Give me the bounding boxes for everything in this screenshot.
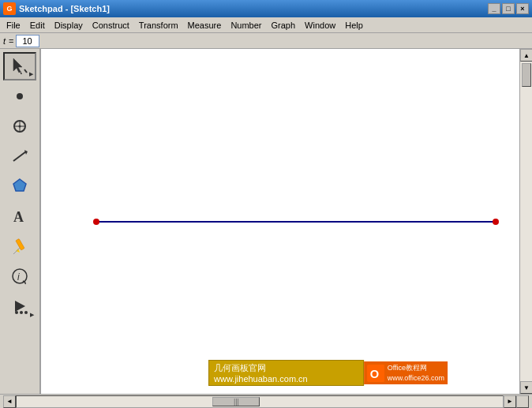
animate-icon	[10, 297, 29, 316]
equals-sign: =	[9, 36, 13, 46]
watermark-right-line1: Office教程网	[388, 363, 444, 373]
point-icon	[10, 87, 29, 106]
menu-bar: File Edit Display Construct Transform Me…	[0, 17, 532, 33]
title-bar-controls[interactable]: _ □ ×	[488, 3, 529, 14]
t-value-input[interactable]	[16, 35, 39, 47]
info-tool-button[interactable]: i	[3, 262, 36, 290]
svg-text:A: A	[13, 209, 24, 225]
t-label: t	[3, 36, 6, 46]
marker-icon	[10, 237, 29, 256]
close-button[interactable]: ×	[516, 3, 529, 14]
svg-line-8	[13, 152, 26, 161]
title-bar-title: Sketchpad - [Sketch1]	[19, 4, 488, 13]
scroll-left-button[interactable]: ◄	[3, 395, 16, 408]
line-tool-button[interactable]	[3, 142, 36, 170]
menu-measure[interactable]: Measure	[183, 19, 227, 32]
scroll-thumb-horizontal[interactable]: |||	[212, 397, 260, 406]
svg-marker-1	[21, 71, 22, 74]
info-icon: i	[10, 267, 29, 286]
watermark-left-text: 几何画板官网www.jihehuaban.com.cn	[208, 360, 364, 386]
scroll-up-button[interactable]: ▲	[520, 49, 532, 62]
left-tool-panel: ▶	[0, 49, 41, 394]
menu-graph[interactable]: Graph	[267, 19, 301, 32]
svg-point-18	[15, 311, 18, 314]
polygon-tool-button[interactable]	[3, 172, 36, 200]
vertical-scrollbar[interactable]: ▲ ▼	[519, 49, 532, 394]
scroll-corner	[516, 395, 529, 408]
app-icon: G	[3, 2, 16, 15]
compass-tool-button[interactable]	[3, 112, 36, 140]
select-submenu-indicator: ▶	[29, 71, 33, 77]
menu-help[interactable]: Help	[340, 19, 368, 32]
svg-marker-17	[15, 301, 25, 312]
menu-construct[interactable]: Construct	[88, 19, 134, 32]
right-endpoint[interactable]	[493, 219, 499, 225]
menu-transform[interactable]: Transform	[134, 19, 183, 32]
svg-marker-0	[13, 58, 22, 73]
left-endpoint[interactable]	[93, 219, 99, 225]
geometry-line	[96, 221, 496, 223]
watermark-right-text: Office教程网 www.office26.com	[388, 363, 444, 383]
svg-text:i: i	[17, 271, 20, 283]
menu-window[interactable]: Window	[300, 19, 340, 32]
scroll-down-button[interactable]: ▼	[520, 381, 532, 394]
minimize-button[interactable]: _	[488, 3, 500, 14]
compass-icon	[10, 117, 29, 136]
scroll-thumb-label: |||	[234, 398, 239, 406]
text-tool-button[interactable]: A	[3, 202, 36, 230]
svg-point-3	[17, 93, 23, 99]
svg-marker-10	[13, 179, 26, 191]
menu-number[interactable]: Number	[226, 19, 266, 32]
line-icon	[10, 147, 29, 166]
status-bar: ◄ ||| ►	[0, 394, 532, 408]
text-icon: A	[10, 207, 29, 226]
maximize-button[interactable]: □	[502, 3, 515, 14]
scroll-thumb-vertical[interactable]	[522, 63, 531, 87]
title-bar: G Sketchpad - [Sketch1] _ □ ×	[0, 0, 532, 17]
toolbar: t =	[0, 33, 532, 49]
horizontal-scrollbar[interactable]: |||	[16, 395, 504, 408]
office-icon: O	[367, 364, 384, 383]
svg-point-20	[24, 311, 28, 314]
scroll-right-button[interactable]: ►	[504, 395, 516, 408]
scroll-track-vertical[interactable]	[520, 62, 532, 381]
svg-point-15	[13, 269, 27, 283]
svg-line-2	[24, 69, 27, 73]
watermark-banner: 几何画板官网www.jihehuaban.com.cn O Office教程网 …	[208, 360, 448, 386]
svg-text:O: O	[369, 368, 378, 380]
polygon-icon	[10, 177, 29, 196]
svg-marker-13	[16, 249, 20, 253]
animate-submenu-indicator: ▶	[30, 312, 34, 318]
office-logo: O	[367, 365, 384, 382]
animate-tool-button[interactable]: ▶	[3, 292, 36, 320]
canvas-area[interactable]: 几何画板官网www.jihehuaban.com.cn O Office教程网 …	[41, 49, 519, 394]
menu-edit[interactable]: Edit	[25, 19, 50, 32]
point-tool-button[interactable]	[3, 82, 36, 110]
menu-display[interactable]: Display	[50, 19, 88, 32]
watermark-right-line2: www.office26.com	[388, 373, 444, 384]
svg-point-19	[20, 311, 23, 314]
main-container: ▶	[0, 49, 532, 394]
select-tool-button[interactable]: ▶	[3, 52, 36, 80]
menu-file[interactable]: File	[2, 19, 25, 32]
svg-rect-12	[16, 238, 24, 250]
marker-tool-button[interactable]	[3, 232, 36, 260]
select-icon	[10, 57, 29, 76]
